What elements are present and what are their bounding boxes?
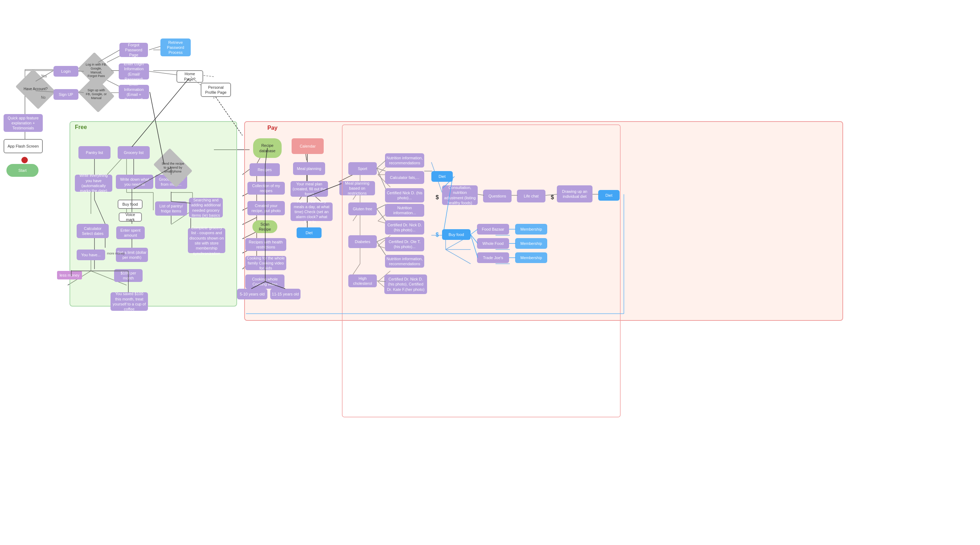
hundred-box: $100 per month — [114, 269, 143, 282]
saved-box: You saved $100 this month, treat yoursel… — [110, 292, 148, 311]
dollar-sign-2: $ — [551, 194, 554, 201]
calculator-box: Calculator Select dates — [76, 224, 109, 238]
searching-box: Searching and adding additional needed g… — [189, 198, 223, 218]
health-restrictions-box: Recipes with health restrictions — [245, 238, 286, 251]
forgot-password-box: Forgot Password Page — [119, 43, 148, 57]
you-have-box: You have... — [76, 249, 105, 260]
questions-box: Questions — [483, 190, 512, 202]
sport-box: Sport — [348, 162, 377, 175]
pay-region — [244, 121, 843, 321]
gluten-free-box: Gluten free — [348, 202, 377, 215]
svg-line-93 — [149, 46, 161, 50]
signup-fb-diamond: Sign up with FB, Google, or Manual — [82, 83, 110, 106]
app-flash-box: App Flash Screen — [3, 139, 43, 153]
more-money-label: more money — [107, 252, 125, 255]
dollar-sign-buy: $ — [436, 232, 439, 238]
cooking-video-box: Cooking whole Cooking video — [245, 275, 285, 289]
start-dot — [21, 157, 28, 163]
quick-app-box: Quick app feature explanation + Testimon… — [3, 114, 43, 132]
calendar-box: Calendar — [292, 138, 324, 154]
membership1-box: Membership — [515, 224, 547, 235]
send-recipe-diamond: Send the recipe to a friend by small/pho… — [157, 156, 189, 179]
login-box: Login — [54, 66, 78, 77]
drawing-individual-box: Drawing up an individual diet — [557, 185, 592, 202]
created-recipe-box: Created your recipe, put photo — [247, 201, 285, 215]
login-fb-diamond: Log in with FB, Google, Manual, Forgot P… — [82, 59, 110, 82]
scan-recipe-box: Scan Recipe — [252, 220, 277, 233]
diabetes-box: Diabetes — [348, 235, 377, 248]
home-page-box: Home Page? — [177, 70, 203, 83]
signup-box: Sign UP — [54, 89, 78, 100]
write-everything-box: Write everything you have (automatically… — [75, 175, 112, 192]
nutrition1-box: Nutrition information, recommendations — [385, 153, 424, 167]
diet-calendar-box: Diet — [297, 227, 321, 238]
certified-nick2-box: Certified Dr. Nick D. (his photo)... — [385, 220, 424, 235]
buy-food2-box: Buy food — [442, 229, 471, 240]
pantry-list-box: Pantry list — [78, 146, 110, 159]
trade-joes-box: Trade Joe's — [477, 253, 509, 263]
canvas: Start App Flash Screen Quick app feature… — [0, 0, 980, 545]
write-down-box: Write down what you need to — [116, 175, 153, 189]
diet-final-box: Diet — [598, 190, 620, 201]
less-money-box: less money — [57, 271, 82, 280]
dollar-sign-1: $ — [436, 194, 439, 201]
pay-label: Pay — [267, 125, 277, 131]
recipe-database-box: Recipe database — [253, 138, 282, 158]
svg-line-92 — [149, 71, 177, 75]
have-account-diamond: Have Account? — [20, 77, 52, 102]
grocery-list-box: Grocery list — [118, 146, 150, 159]
collection-box: Collection of my recipes — [247, 182, 285, 195]
life-chat-box: Life chat — [517, 190, 546, 202]
meal-planning-no-box: Meal planning based on restrictions — [339, 181, 375, 195]
recipes-box: Recipes — [250, 163, 280, 176]
high-cholesterol-box: High cholesterol — [348, 275, 377, 287]
food-bazaar-box: Food Bazaar — [477, 224, 509, 235]
age-11-15-box: 11-15 years old — [270, 289, 301, 299]
whole-food-box: Whole Food — [477, 238, 509, 249]
membership2-box: Membership — [515, 238, 547, 249]
membership3-box: Membership — [515, 253, 547, 263]
certified-nick1-box: Certified Nick D. (his photo)... — [385, 188, 424, 202]
certified-nick3-box: Certified Dr. Nick D. (his photo), Certi… — [384, 275, 427, 294]
nutrition2-box: Nutrition information... — [385, 204, 424, 217]
buy-food-box: Buy food — [118, 200, 143, 209]
retrieve-password-box: Retrieve Password Process — [161, 38, 191, 56]
enter-spent-box: Enter spent amount — [116, 226, 145, 239]
voice-mark-box: Voice mark — [119, 213, 142, 222]
your-meal-box: Your meal plan (created, fill out the fo… — [291, 181, 328, 197]
certified-ole-box: Certified Dr. Ole T. (his photo)... — [385, 237, 424, 251]
meal-planning-box: Meal planning — [293, 162, 325, 175]
cooking-family-box: Cooking for the whole family Cooking vid… — [245, 256, 286, 270]
age-5-10-box: 5-10 years old — [237, 289, 267, 299]
free-label: Free — [75, 124, 87, 130]
diet-main-box: Diet — [431, 171, 453, 182]
calculator-fats-box: Calculator fats,... — [385, 171, 424, 184]
nutrition3-box: Nutrition information, recommendations — [385, 255, 424, 268]
consultation-box: Consultation, nutrition adjustment (list… — [442, 185, 478, 205]
start-button[interactable]: Start — [6, 164, 38, 177]
complete-grocery-box: Complete grocery list - coupons and disc… — [188, 228, 225, 253]
form-meals-box: Form (how many meals a day, at what time… — [291, 202, 332, 221]
enter-info-box: Enter Information (Email + Password) — [119, 85, 149, 99]
enter-login-box: Enter Login Information (Email/ Password… — [119, 64, 149, 79]
list-pantry-box: List of pantry/ fridge items — [155, 202, 187, 216]
personal-profile-box: Personal Profile Page — [201, 83, 231, 97]
